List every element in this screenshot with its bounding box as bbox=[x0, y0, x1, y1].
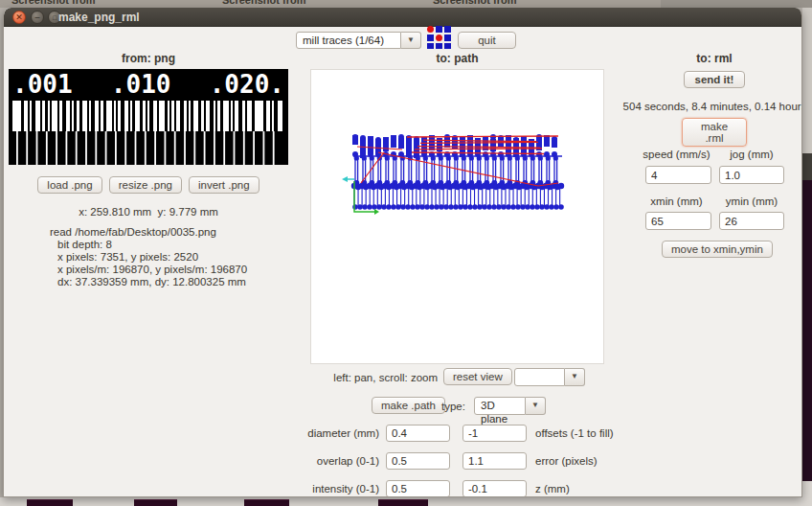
make-path-button[interactable]: make .path bbox=[372, 397, 445, 414]
diameter-input[interactable] bbox=[386, 425, 450, 442]
chevron-down-icon[interactable]: ▼ bbox=[401, 32, 421, 49]
error-label: error (pixels) bbox=[535, 455, 598, 467]
quit-button[interactable]: quit bbox=[458, 32, 516, 49]
background-terminal-thumbnail bbox=[134, 499, 177, 506]
png-info-pixels: x pixels: 7351, y pixels: 2520 bbox=[50, 251, 247, 264]
speed-label: speed (mm/s) bbox=[636, 149, 717, 160]
type-select-value[interactable]: 3D plane bbox=[474, 397, 526, 415]
background-terminal-thumbnail bbox=[27, 499, 73, 506]
png-preview-canvas[interactable]: .001 .010 .020. bbox=[9, 69, 288, 165]
cursor-position-readout: x: 259.810 mm y: 9.779 mm bbox=[9, 206, 288, 218]
toolpath-drawing bbox=[311, 70, 603, 363]
background-right bbox=[802, 8, 812, 153]
background-bottom-strip bbox=[0, 497, 812, 506]
png-info-dpi: x pixels/m: 196870, y pixels/m: 196870 bbox=[50, 264, 247, 276]
background-terminal-thumbnail bbox=[378, 499, 428, 506]
png-info-bitdepth: bit depth: 8 bbox=[50, 239, 247, 251]
close-icon[interactable]: ✕ bbox=[12, 11, 26, 24]
send-it-button[interactable]: send it! bbox=[684, 71, 745, 88]
png-label: .010 bbox=[111, 71, 171, 98]
background-window-title: Screenshot from bbox=[11, 0, 95, 6]
background-window-edge bbox=[802, 153, 812, 180]
load-png-button[interactable]: load .png bbox=[37, 176, 102, 194]
background-window-title: Screenshot from bbox=[222, 0, 305, 6]
offsets-label: offsets (-1 to fill) bbox=[535, 427, 614, 439]
resize-png-button[interactable]: resize .png bbox=[109, 176, 182, 194]
ymin-label: ymin (mm) bbox=[719, 196, 784, 207]
move-to-xmin-ymin-button[interactable]: move to xmin,ymin bbox=[662, 241, 773, 258]
jog-input[interactable] bbox=[719, 166, 784, 184]
title-bar[interactable]: ✕ – □ make_png_rml bbox=[4, 8, 802, 27]
diameter-label: diameter (mm) bbox=[291, 427, 379, 439]
offsets-input[interactable] bbox=[462, 425, 527, 442]
xmin-label: xmin (mm) bbox=[636, 196, 717, 207]
z-input[interactable] bbox=[462, 480, 527, 497]
background-terminal-thumbnail bbox=[244, 499, 289, 506]
background-terminal-edge bbox=[802, 180, 812, 481]
desktop: Screenshot from Screenshot from Screensh… bbox=[0, 0, 812, 506]
view-select-value[interactable] bbox=[514, 368, 565, 386]
background-window-strip: Screenshot from Screenshot from Screensh… bbox=[0, 0, 812, 8]
intensity-label: intensity (0-1) bbox=[291, 483, 379, 494]
overlap-label: overlap (0-1) bbox=[291, 455, 379, 467]
to-path-header: to: path bbox=[310, 52, 604, 65]
from-png-header: from: png bbox=[9, 52, 288, 65]
intensity-input[interactable] bbox=[386, 480, 450, 497]
png-label: .001 bbox=[12, 71, 73, 98]
view-select[interactable]: ▼ bbox=[514, 368, 585, 386]
speed-input[interactable] bbox=[645, 166, 711, 184]
background-window-title: Screenshot from bbox=[433, 0, 516, 6]
overlap-input[interactable] bbox=[386, 452, 450, 470]
chevron-down-icon[interactable]: ▼ bbox=[565, 368, 585, 386]
process-select[interactable]: mill traces (1/64) ▼ bbox=[296, 32, 421, 49]
xmin-input[interactable] bbox=[645, 212, 711, 230]
fab-modules-logo-icon bbox=[426, 25, 451, 49]
reset-view-button[interactable]: reset view bbox=[443, 368, 512, 385]
z-label: z (mm) bbox=[535, 483, 570, 494]
invert-png-button[interactable]: invert .png bbox=[189, 176, 259, 194]
png-info-size: dx: 37.339359 mm, dy: 12.800325 mm bbox=[50, 276, 247, 288]
type-select[interactable]: 3D plane ▼ bbox=[474, 397, 546, 415]
pan-zoom-hint: left: pan, scroll: zoom bbox=[310, 372, 438, 383]
background-toolbar-fragment bbox=[661, 0, 812, 8]
minimize-icon[interactable]: – bbox=[31, 11, 44, 24]
make-png-rml-window: ✕ – □ make_png_rml mill traces (1/64) ▼ … bbox=[3, 8, 802, 497]
ymin-input[interactable] bbox=[719, 212, 784, 230]
png-info-read: read /home/fab/Desktop/0035.png bbox=[50, 226, 247, 239]
jog-label: jog (mm) bbox=[719, 149, 784, 160]
window-title: make_png_rml bbox=[58, 11, 140, 24]
process-select-value[interactable]: mill traces (1/64) bbox=[296, 32, 401, 49]
error-input[interactable] bbox=[462, 452, 527, 470]
time-estimate: 504 seconds, 8.4 minutes, 0.14 hours bbox=[621, 101, 802, 112]
chevron-down-icon[interactable]: ▼ bbox=[526, 397, 546, 415]
to-rml-header: to: rml bbox=[652, 52, 777, 65]
make-rml-button[interactable]: make .rml bbox=[682, 118, 747, 147]
type-label: type: bbox=[441, 401, 465, 412]
png-image-labels: .001 .010 .020. bbox=[9, 71, 288, 98]
path-view-canvas[interactable] bbox=[310, 69, 604, 364]
png-label: .020. bbox=[210, 71, 284, 98]
